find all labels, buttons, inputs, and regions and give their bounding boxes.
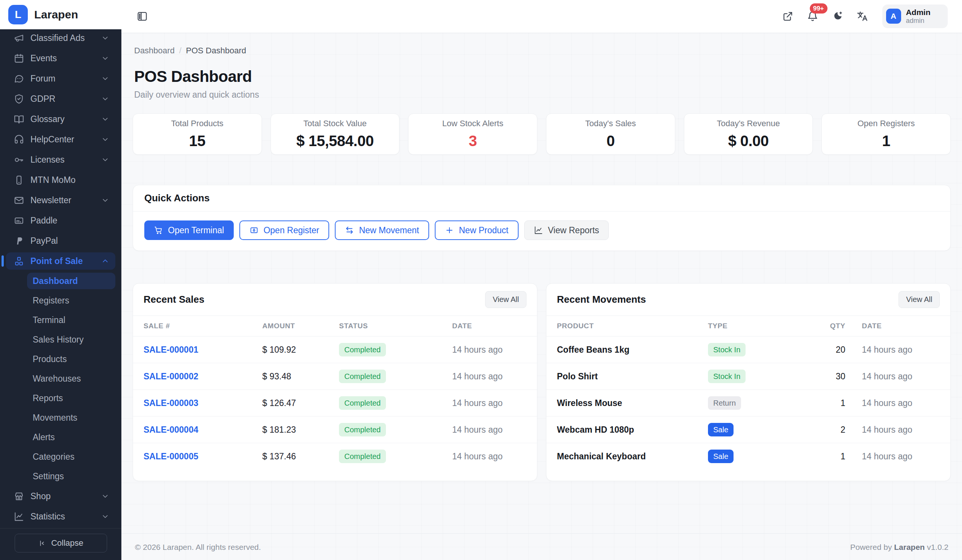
new-product-button[interactable]: New Product (435, 220, 518, 240)
recent-movements-table: PRODUCTTYPEQTYDATE Coffee Beans 1kgStock… (546, 316, 950, 470)
sales-table-row: SALE-000002$ 93.48Completed14 hours ago (133, 363, 537, 390)
chevron-down-icon (101, 34, 109, 42)
movement-date: 14 hours ago (846, 443, 951, 470)
sidebar-subitem-warehouses[interactable]: Warehouses (27, 370, 115, 387)
dark-mode-button[interactable] (830, 8, 846, 24)
language-button[interactable] (854, 8, 870, 24)
sale-number-link[interactable]: SALE-000005 (144, 451, 199, 461)
sales-table-body: SALE-000001$ 109.92Completed14 hours ago… (133, 336, 537, 470)
chevron-down-icon (101, 135, 109, 143)
sidebar-item-classified-ads[interactable]: Classified Ads (6, 29, 115, 47)
status-badge: Completed (339, 423, 386, 436)
breadcrumb: Dashboard / POS Dashboard (132, 46, 951, 56)
sidebar-item-paypal[interactable]: PayPal (6, 232, 115, 249)
recent-sales-table: SALE #AMOUNTSTATUSDATE SALE-000001$ 109.… (133, 316, 537, 470)
movement-product: Wireless Mouse (546, 390, 708, 417)
open-terminal-button[interactable]: Open Terminal (144, 220, 234, 240)
sidebar-item-newsletter[interactable]: Newsletter (6, 191, 115, 209)
sale-date: 14 hours ago (452, 363, 537, 390)
stat-label: Total Stock Value (303, 119, 366, 129)
sidebar-item-paddle[interactable]: Paddle (6, 212, 115, 229)
sidebar-subitem-terminal[interactable]: Terminal (27, 312, 115, 328)
stat-value: 15 (189, 133, 205, 150)
sale-date: 14 hours ago (452, 443, 537, 470)
sidebar-subitem-movements[interactable]: Movements (27, 409, 115, 426)
mail-icon (14, 195, 24, 206)
sales-column-header: AMOUNT (262, 316, 339, 336)
quick-actions-card: Quick Actions Open TerminalOpen Register… (132, 185, 951, 251)
movements-column-header: DATE (846, 316, 951, 336)
user-meta: Admin admin (906, 8, 930, 25)
active-indicator (2, 256, 4, 267)
brand-name: Larapen (34, 8, 78, 21)
movement-product: Mechanical Keyboard (546, 443, 708, 470)
sidebar-item-mtn-momo[interactable]: MTN MoMo (6, 171, 115, 188)
open-site-button[interactable] (780, 8, 796, 24)
view-reports-button[interactable]: View Reports (524, 220, 609, 240)
sidebar-item-statistics[interactable]: Statistics (6, 508, 115, 525)
brand[interactable]: L Larapen (0, 0, 121, 29)
sidebar-subitem-reports[interactable]: Reports (27, 390, 115, 406)
stat-value: 3 (469, 133, 477, 150)
plus-icon (445, 226, 454, 235)
stat-label: Today's Sales (585, 119, 636, 129)
collapse-button[interactable]: Collapse (15, 534, 107, 552)
user-menu[interactable]: A Admin admin (882, 5, 948, 28)
quick-actions-title: Quick Actions (133, 185, 950, 211)
breadcrumb-dashboard[interactable]: Dashboard (134, 46, 175, 56)
stat-value: 1 (882, 133, 890, 150)
sidebar-footer: Collapse (0, 528, 121, 560)
sidebar-subitem-sales-history[interactable]: Sales History (27, 331, 115, 348)
sidebar-item-licenses[interactable]: Licenses (6, 151, 115, 168)
stat-label: Open Registers (857, 119, 915, 129)
sidebar-subitem-categories[interactable]: Categories (27, 449, 115, 465)
sales-view-all-button[interactable]: View All (485, 291, 526, 308)
key-icon (14, 155, 24, 165)
sidebar-item-gdpr[interactable]: GDPR (6, 90, 115, 108)
sidebar-subitem-products[interactable]: Products (27, 351, 115, 367)
chevron-down-icon (101, 54, 109, 62)
sale-amount: $ 126.47 (262, 390, 339, 417)
translate-icon (856, 11, 868, 22)
collapse-label: Collapse (51, 538, 84, 548)
movement-qty: 20 (809, 336, 846, 363)
recent-sales-header: Recent Sales View All (133, 283, 537, 316)
movements-view-all-button[interactable]: View All (899, 291, 940, 308)
footer-brand-link[interactable]: Larapen (894, 543, 925, 551)
sidebar-item-events[interactable]: Events (6, 50, 115, 67)
sidebar-subitem-settings[interactable]: Settings (27, 468, 115, 484)
stat-value: $ 0.00 (728, 133, 768, 150)
sidebar-item-glossary[interactable]: Glossary (6, 110, 115, 128)
notifications-button[interactable]: 99+ (805, 8, 821, 24)
sale-number-link[interactable]: SALE-000002 (144, 372, 199, 381)
sidebar-item-shop[interactable]: Shop (6, 488, 115, 505)
cart-icon (154, 226, 163, 235)
sidebar-subitem-dashboard[interactable]: Dashboard (27, 273, 115, 289)
sidebar-subitem-alerts[interactable]: Alerts (27, 429, 115, 446)
sidebar-subitem-registers[interactable]: Registers (27, 292, 115, 309)
chevron-down-icon (101, 196, 109, 204)
open-register-button[interactable]: Open Register (239, 220, 329, 240)
stat-card-today-s-sales: Today's Sales0 (546, 113, 675, 155)
sale-number-link[interactable]: SALE-000004 (144, 425, 199, 434)
sale-number-link[interactable]: SALE-000003 (144, 398, 199, 408)
sales-table-row: SALE-000004$ 181.23Completed14 hours ago (133, 417, 537, 443)
sidebar-toggle-button[interactable] (134, 9, 150, 24)
panel-left-icon (136, 11, 148, 22)
sidebar-item-point-of-sale[interactable]: Point of Sale (6, 253, 115, 270)
quick-actions-buttons: Open TerminalOpen RegisterNew MovementNe… (133, 211, 950, 251)
chat-icon (14, 74, 24, 84)
new-movement-button[interactable]: New Movement (335, 220, 429, 240)
calendar-icon (14, 53, 24, 63)
chevron-down-icon (101, 512, 109, 521)
sale-number-link[interactable]: SALE-000001 (144, 345, 199, 354)
recent-movements-title: Recent Movements (557, 294, 646, 305)
movements-header-row: PRODUCTTYPEQTYDATE (546, 316, 950, 336)
user-role: admin (906, 17, 930, 25)
movement-date: 14 hours ago (846, 390, 951, 417)
copyright-text: © 2026 Larapen. All rights reserved. (135, 543, 261, 552)
sidebar-item-helpcenter[interactable]: HelpCenter (6, 131, 115, 148)
stat-label: Low Stock Alerts (442, 119, 504, 129)
sidebar-item-forum[interactable]: Forum (6, 70, 115, 87)
movement-type-badge: Stock In (708, 370, 746, 383)
